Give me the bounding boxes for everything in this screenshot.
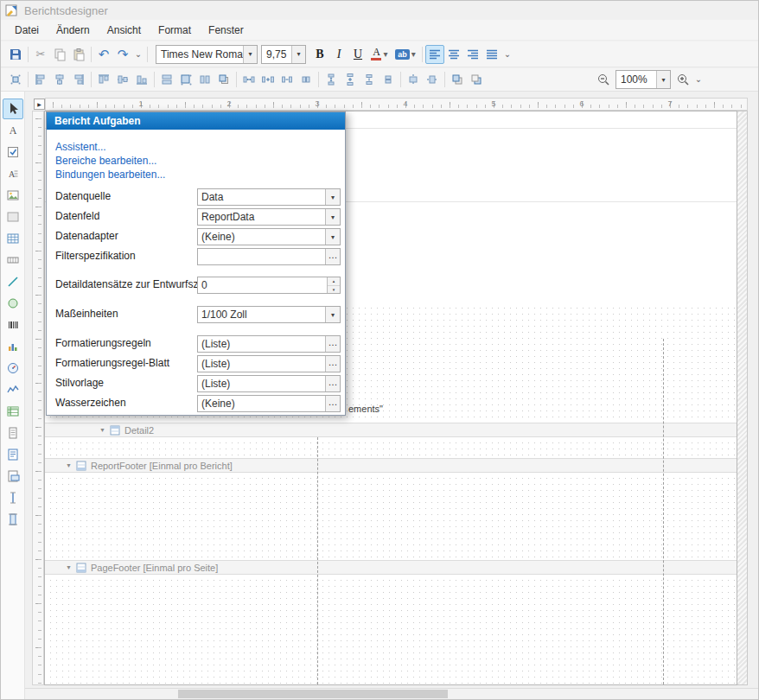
cut-icon[interactable]: ✂ [31,45,50,64]
chart-tool[interactable] [3,336,23,357]
menu-fenster[interactable]: Fenster [200,22,252,39]
dropdown-arrow-icon[interactable]: ▾ [656,71,670,88]
align-centers-icon[interactable] [50,70,69,89]
dropdown-arrow-icon[interactable]: ▾ [325,307,340,322]
increase-horizontal-spacing-icon[interactable] [258,70,277,89]
make-same-width-icon[interactable] [157,70,176,89]
make-same-height-icon[interactable] [195,70,214,89]
zoom-combobox[interactable]: 100% ▾ [615,70,671,89]
dropdown-arrow-icon[interactable]: ▾ [291,46,305,63]
character-comb-tool[interactable] [3,250,23,270]
pivot-grid-tool[interactable] [3,401,23,422]
dropdown-arrow-icon[interactable]: ▾ [325,189,340,205]
remove-horizontal-spacing-icon[interactable] [297,70,316,89]
ellipsis-button[interactable]: … [325,356,340,372]
decrease-vertical-spacing-icon[interactable] [360,70,379,89]
pointer-tool[interactable] [3,99,23,119]
dropdown-arrow-icon[interactable]: ▾ [383,50,387,59]
underline-button[interactable]: U [348,45,367,64]
band-content-pagefooter[interactable] [45,575,737,684]
remove-vertical-spacing-icon[interactable] [379,70,398,89]
collapse-icon[interactable]: ▼ [66,462,72,468]
undo-dropdown-icon[interactable]: ⌄ [132,45,144,64]
band-caption-reportfooter[interactable]: ▼ ReportFooter [Einmal pro Bericht] [45,458,737,473]
size-to-grid-icon[interactable] [176,70,195,89]
italic-button[interactable]: I [329,45,348,64]
ellipsis-button[interactable]: … [325,396,340,411]
table-of-contents-tool[interactable] [3,444,23,465]
collapse-icon[interactable]: ▼ [66,564,72,570]
gauge-tool[interactable] [3,358,23,379]
dropdown-arrow-icon[interactable]: ▾ [411,50,416,59]
barcode-tool[interactable] [3,315,23,335]
band-caption-detail2[interactable]: ▼ Detail2 [45,423,737,437]
table-tool[interactable] [3,228,23,249]
spin-down-icon[interactable]: ▾ [328,286,340,294]
paste-icon[interactable] [69,45,88,64]
make-same-size-icon[interactable] [214,70,233,89]
increase-vertical-spacing-icon[interactable] [341,70,360,89]
align-tops-icon[interactable] [94,70,113,89]
save-icon[interactable] [6,45,25,64]
ellipsis-button[interactable]: … [325,249,340,264]
dropdown-arrow-icon[interactable]: ▾ [325,229,340,245]
masseinheiten-combobox[interactable]: 1/100 Zoll ▾ [197,306,341,323]
menu-ansicht[interactable]: Ansicht [99,22,150,39]
band-caption-pagefooter[interactable]: ▼ PageFooter [Einmal pro Seite] [45,560,737,575]
band-content-reportfooter[interactable] [45,473,737,560]
sparkline-tool[interactable] [3,379,23,400]
redo-icon[interactable]: ↷ [113,45,132,64]
cross-band-box-tool[interactable] [3,509,23,530]
ellipsis-button[interactable]: … [325,336,340,352]
formatting-rule-sheet-field[interactable]: (Liste) … [197,355,341,372]
highlight-button[interactable]: ab ▾ [392,45,419,64]
collapse-icon[interactable]: ▼ [99,427,105,433]
ellipsis-button[interactable]: … [325,376,340,391]
dropdown-arrow-icon[interactable]: ▾ [325,209,340,225]
center-horizontally-icon[interactable] [404,70,423,89]
label-tool[interactable]: A [3,120,23,141]
edit-bands-link[interactable]: Bereiche bearbeiten... [55,154,165,168]
report-smart-tag-button[interactable]: ▶ [34,99,45,110]
zoom-out-icon[interactable] [594,70,613,89]
partially-hidden-label[interactable]: ements" [348,404,383,414]
send-to-back-icon[interactable] [467,70,486,89]
font-name-combobox[interactable]: Times New Roman ▾ [156,45,258,64]
font-size-combobox[interactable]: 9,75 ▾ [261,45,306,64]
detail-records-spinner[interactable]: 0 ▴▾ [197,277,341,294]
zoom-in-icon[interactable] [673,70,692,89]
scrollbar-thumb[interactable] [178,690,448,698]
subreport-tool[interactable] [3,466,23,487]
menu-format[interactable]: Format [150,22,200,39]
menu-datei[interactable]: Datei [6,22,48,39]
edit-bindings-link[interactable]: Bindungen bearbeiten... [55,168,165,181]
shape-tool[interactable] [3,293,23,314]
cross-band-line-tool[interactable] [3,487,23,508]
align-center-icon[interactable] [444,45,463,64]
align-to-grid-icon[interactable] [6,70,25,89]
panel-tool[interactable] [3,207,23,227]
assistant-link[interactable]: Assistent... [55,140,165,154]
datenquelle-combobox[interactable]: Data ▾ [197,188,341,206]
picture-box-tool[interactable] [3,185,23,206]
menu-aendern[interactable]: Ändern [48,22,99,39]
datenadapter-combobox[interactable]: (Keine) ▾ [197,228,341,245]
bring-to-front-icon[interactable] [448,70,467,89]
align-bottoms-icon[interactable] [132,70,151,89]
formatting-rules-field[interactable]: (Liste) … [197,335,341,353]
align-lefts-icon[interactable] [31,70,50,89]
spin-up-icon[interactable]: ▴ [328,277,340,286]
zoom-dropdown-icon[interactable]: ⌄ [692,70,705,89]
band-content-detail2[interactable] [45,437,737,458]
style-sheet-field[interactable]: (Liste) … [197,375,341,392]
rich-text-tool[interactable]: A [3,163,23,184]
datenfeld-combobox[interactable]: ReportData ▾ [197,208,341,226]
align-rights-icon[interactable] [69,70,88,89]
bold-button[interactable]: B [310,45,329,64]
copy-icon[interactable] [50,45,69,64]
font-color-button[interactable]: A ▾ [367,45,392,64]
equal-vertical-spacing-icon[interactable] [322,70,341,89]
align-middles-icon[interactable] [113,70,132,89]
dropdown-arrow-icon[interactable]: ▾ [243,46,257,63]
center-vertically-icon[interactable] [423,70,442,89]
